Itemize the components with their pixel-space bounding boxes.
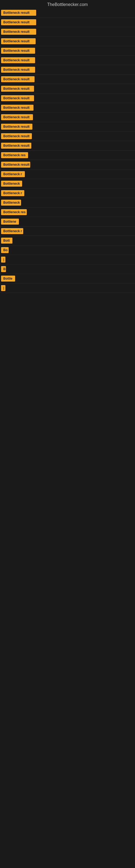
bottleneck-badge[interactable]: Bottleneck res [1,209,27,215]
list-item: Bottleneck res [0,151,135,160]
bottleneck-badge[interactable]: Bottleneck [1,199,21,206]
list-item: Bottleneck result [0,8,135,18]
bottleneck-badge[interactable]: Bo [1,247,9,253]
list-item: Bottleneck result [0,27,135,37]
bottleneck-badge[interactable]: Bottleneck result [1,67,35,73]
list-item: Bottleneck result [0,113,135,122]
bottleneck-badge[interactable]: Bottleneck result [1,162,30,167]
list-item: Bottleneck r [0,226,135,236]
list-item: Bo [0,246,135,255]
list-item: Bottleneck result [0,94,135,103]
bottleneck-badge[interactable]: Bottleneck result [1,95,34,101]
bottleneck-badge[interactable]: Bottleneck r [1,228,23,234]
bottleneck-badge[interactable]: Bott [1,238,12,244]
bottleneck-badge[interactable]: | [1,257,5,262]
bottleneck-badge[interactable]: Bottleneck r [1,171,25,177]
list-item: Bottleneck result [0,65,135,74]
list-item: Bottleneck result [0,103,135,113]
list-item: Bottleneck result [0,131,135,141]
bottleneck-badge[interactable]: Bottleneck result [1,29,36,35]
bottleneck-badge[interactable]: Bottleneck result [1,76,35,82]
list-item: Bottleneck r [0,169,135,179]
bottleneck-badge[interactable]: Bottleneck res [1,152,28,158]
bottleneck-badge[interactable]: Bottleneck result [1,38,36,44]
bottleneck-badge[interactable]: Bottleneck result [1,133,32,139]
bottleneck-badge[interactable]: Bottleneck result [1,57,35,63]
list-item: Bottleneck result [0,141,135,151]
list-item: Bottleneck result [0,56,135,65]
list-item: Bottleneck result [0,160,135,169]
list-item: Bottleneck r [0,188,135,198]
bottleneck-badge[interactable]: Bottleneck result [1,105,34,111]
list-item: Bottleneck result [0,84,135,94]
site-title: TheBottlenecker.com [0,0,135,8]
list-item: Bottleneck result [0,37,135,46]
list-item: Bott [0,236,135,246]
list-item: | [0,255,135,265]
list-item: Bottleneck [0,179,135,188]
list-item: | [0,283,135,293]
bottleneck-badge[interactable]: Bottlene [1,219,19,225]
list-item: Bottleneck result [0,18,135,27]
bottleneck-badge[interactable]: Bottleneck result [1,19,36,25]
list-item: Bottleneck result [0,46,135,56]
list-item: Bottlene [0,217,135,226]
bottleneck-badge[interactable]: Bottleneck result [1,10,36,16]
bottleneck-badge[interactable]: Bottleneck result [1,143,31,149]
bottleneck-badge[interactable]: Bottleneck [1,181,22,187]
bottleneck-badge[interactable]: Bottleneck result [1,86,34,92]
bottleneck-badge[interactable]: Bottleneck result [1,124,32,130]
bottleneck-badge[interactable]: Bottleneck result [1,114,33,120]
bottleneck-badge[interactable]: Bottle [1,276,15,282]
bottleneck-badge[interactable]: | [1,285,5,291]
list-item: Bottleneck result [0,74,135,84]
list-item: Bottleneck [0,198,135,208]
list-item: B [0,265,135,274]
bottleneck-badge[interactable]: Bottleneck result [1,48,35,54]
bottleneck-badge[interactable]: Bottleneck r [1,190,24,196]
list-item: Bottleneck result [0,122,135,131]
list-item: Bottleneck res [0,208,135,217]
bottleneck-badge[interactable]: B [1,266,6,272]
list-item: Bottle [0,274,135,283]
